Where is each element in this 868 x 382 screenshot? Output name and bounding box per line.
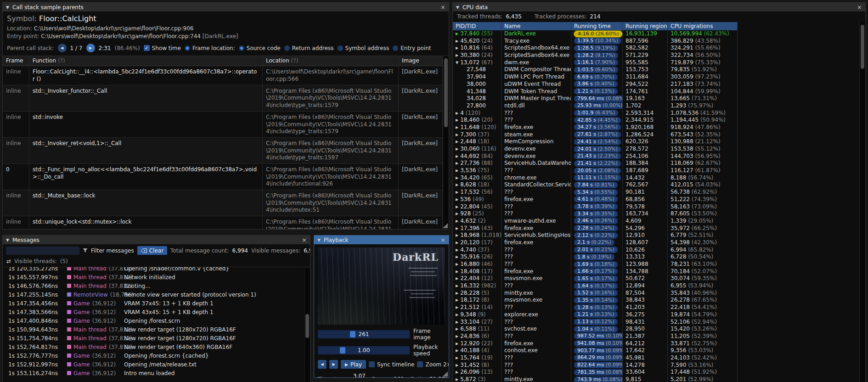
scrollbar-handle[interactable] — [305, 314, 309, 338]
chevron-right-icon[interactable]: ▶ — [456, 261, 458, 268]
cpu-row[interactable]: 27,548DWM Compositor Thread1:03.5 (6.60%… — [453, 66, 865, 73]
cpu-row[interactable]: ▶17,396(43)firefox.exe2.28 s (0.24%)54,2… — [453, 225, 865, 232]
column-header-frame[interactable]: Frame — [3, 56, 29, 66]
close-icon[interactable]: × — [440, 237, 445, 243]
chevron-right-icon[interactable]: ▶ — [456, 290, 458, 297]
chevron-right-icon[interactable]: ▶ — [456, 146, 458, 153]
column-header-cpu-migrations[interactable]: CPU migrations — [668, 22, 738, 30]
cpu-row[interactable]: ▶7,300(37)steam.exe27.61 s (2.87%)1,286,… — [453, 131, 865, 139]
message-row[interactable]: 1s 152,912,997nsGame(36,912)Opening /met… — [4, 360, 310, 369]
cpu-row[interactable]: ▶27,736(88)ServiceHub.DataWarehouseHost.… — [453, 160, 865, 167]
resize-grip[interactable] — [443, 223, 448, 228]
slider-grab[interactable] — [350, 331, 355, 337]
chevron-right-icon[interactable]: ▶ — [456, 167, 458, 174]
cpu-row[interactable]: ▶928(25)???3.34 s (0.35%)163,73487,605 (… — [453, 210, 865, 218]
chevron-right-icon[interactable]: ▶ — [456, 319, 458, 326]
message-row[interactable]: 1s 147,400,846nsGame(36,912)Opening /for… — [4, 316, 310, 325]
cpu-titlebar[interactable]: ▼ CPU data × — [453, 3, 865, 11]
playback-speed-slider[interactable]: 1.00 — [318, 346, 410, 354]
message-row[interactable]: 1s 145,557,997nsMain thread(37,812)Netwo… — [4, 273, 310, 281]
chevron-right-icon[interactable]: ▶ — [456, 30, 458, 38]
prev-frame-button[interactable]: ◀ — [318, 360, 327, 369]
chevron-right-icon[interactable]: ▶ — [456, 232, 458, 239]
callstack-row[interactable]: inlinestd::unique_lock<std::mutex>::lock… — [3, 216, 443, 229]
chevron-right-icon[interactable]: ▶ — [456, 203, 458, 211]
callstack-scrollbar[interactable] — [443, 56, 449, 229]
message-row[interactable]: 1s 146,576,766nsMain thread(37,812)Booti… — [4, 281, 310, 290]
chevron-right-icon[interactable]: ▶ — [456, 196, 458, 203]
chevron-right-icon[interactable]: ▶ — [456, 304, 458, 311]
chevron-right-icon[interactable]: ▶ — [456, 181, 458, 189]
cpu-row[interactable]: ▶17,532(56)???5.34 s (0.55%)90,18156,738… — [453, 189, 865, 196]
cpu-row[interactable]: ▶22,404(12)msvsmon.exe1.65 s (0.17%)50,6… — [453, 275, 865, 282]
chevron-right-icon[interactable]: ▶ — [456, 326, 458, 333]
cpu-row[interactable]: ▶18,408(17)firefox.exe1.66 s (0.17%)134,… — [453, 268, 865, 275]
frame-location-radio[interactable]: Entry point — [393, 45, 431, 51]
cpu-row[interactable]: ▶40,188(4)conhost.exe903.77 ms (0.09%)17… — [453, 347, 865, 354]
frame-location-radio[interactable]: Symbol address — [338, 45, 389, 51]
message-row[interactable]: 1s 152,764,817nsMain thread(37,812)New r… — [4, 343, 310, 351]
messages-scrollbar[interactable] — [304, 269, 310, 382]
message-row[interactable]: 1s 147,255,145nsRemoteView(18,796)Remote… — [4, 290, 310, 299]
chevron-right-icon[interactable]: ▶ — [456, 218, 458, 225]
callstack-row[interactable]: inlinestd::_Invoker_functor::_CallC:\Pro… — [3, 85, 443, 112]
cpu-row[interactable]: ▶20,120(17)firefox.exe2.1 s (0.22%)128,6… — [453, 239, 865, 247]
column-header-running-time[interactable]: Running time — [571, 22, 623, 30]
chevron-right-icon[interactable]: ▶ — [456, 247, 458, 254]
resize-grip[interactable] — [443, 371, 448, 376]
collapse-icon[interactable]: ▼ — [6, 238, 9, 242]
cpu-row[interactable]: 41,348DWM Token Thread1.21 s (0.13%)174,… — [453, 88, 865, 96]
callstack-titlebar[interactable]: ▼ Call stack sample parents × — [3, 3, 449, 11]
cpu-row[interactable]: ▶15,764(19)???864.29 ms (0.09%)45,98124,… — [453, 354, 865, 362]
play-button[interactable]: ▶ Play — [341, 360, 366, 369]
column-header-image[interactable]: Image — [399, 56, 443, 66]
message-row[interactable]: 1s 152,776,777nsGame(36,912)Opening /for… — [4, 351, 310, 360]
cpu-row[interactable]: ▶3,536(75)???20.05 s (2.08%)187,689116,1… — [453, 167, 865, 174]
frame-location-radio[interactable]: Return address — [284, 45, 334, 51]
chevron-right-icon[interactable]: ▶ — [456, 138, 458, 146]
message-row[interactable]: 1s 147,383,566nsGame(36,912)VRAM 43x45: … — [4, 308, 310, 316]
message-row[interactable]: 1s 151,754,784nsMain thread(37,812)New r… — [4, 334, 310, 343]
cpu-row[interactable]: ▶18,460(20)???42.85 s (4.45%)2,344,9151,… — [453, 117, 865, 124]
cpu-row[interactable]: ▶8,628(18)StandardCollector.Service.exe7… — [453, 181, 865, 189]
chevron-right-icon[interactable]: ▶ — [456, 210, 458, 218]
chevron-right-icon[interactable]: ▶ — [456, 131, 458, 139]
cpu-row[interactable]: ▶31,452(8)???822.64 ms (0.09%)14,2787,59… — [453, 362, 865, 369]
cpu-row[interactable]: ▶44,692(84)devenv.exe21.43 s (2.23%)254,… — [453, 153, 865, 160]
prev-callstack-button[interactable]: ◀ — [58, 44, 67, 52]
cpu-row[interactable]: ▶22,804(45)???3.78 s (0.39%)79,57858,163… — [453, 203, 865, 211]
chevron-right-icon[interactable]: ▶ — [456, 124, 458, 131]
filter-input[interactable] — [6, 247, 79, 255]
chevron-right-icon[interactable]: ▶ — [456, 297, 458, 304]
chevron-right-icon[interactable]: ▶ — [456, 189, 458, 196]
cpu-row[interactable]: ▶33,104(27)???1.13 s (0.12%)98,43152,106… — [453, 319, 865, 326]
next-frame-button[interactable]: ▶ — [329, 360, 338, 369]
chevron-right-icon[interactable]: ▶ — [456, 225, 458, 232]
cpu-row[interactable]: ▶30,060(116)devenv.exe24.01 s (2.50%)278… — [453, 146, 865, 153]
column-header-running-regions[interactable]: Running regions — [623, 22, 668, 30]
chevron-right-icon[interactable]: ▶ — [456, 282, 458, 290]
cpu-row[interactable]: ▶536(49)firefox.exe4.61 s (0.48%)68,8565… — [453, 196, 865, 203]
column-header-location[interactable]: Location (?) — [263, 56, 399, 66]
chevron-right-icon[interactable]: ▶ — [456, 311, 458, 319]
zoom-2x-checkbox[interactable]: Zoom 2× — [417, 361, 449, 368]
chevron-right-icon[interactable]: ▶ — [456, 52, 458, 59]
cpu-row[interactable]: ▶11,648(120)firefox.exe34.27 s (3.56%)1,… — [453, 124, 865, 131]
cpu-row[interactable]: ▶18,172(8)msvsmon.exe1.35 s (0.14%)38,84… — [453, 297, 865, 304]
chevron-right-icon[interactable]: ▶ — [456, 38, 458, 45]
collapse-icon[interactable]: ▼ — [317, 238, 321, 242]
chevron-right-icon[interactable]: ▶ — [456, 110, 458, 117]
next-callstack-button[interactable]: ▶ — [86, 44, 95, 52]
cpu-row[interactable]: ▶35,916(26)???1.8 s (0.19%)13,3136,728 (… — [453, 253, 865, 261]
slider-grab[interactable] — [340, 347, 345, 354]
cpu-row[interactable]: ▶24,836(6)???987.52 ms (0.10%)21,38711,2… — [453, 333, 865, 340]
cpu-row[interactable]: ▶26,096(13)???781.35 ms (0.08%)33,60417,… — [453, 369, 865, 376]
message-row[interactable]: 1s 120,335,272nsMain thread(37,812)Openi… — [4, 267, 310, 273]
cpu-row[interactable]: ▶4(120)???1:01.9 (6.43%)2,593,3141,078,5… — [453, 110, 865, 117]
column-header-pid-tid[interactable]: PID/TID — [453, 22, 502, 30]
message-row[interactable]: 1s 153,116,274nsGame(36,912)Intro menu l… — [4, 369, 310, 377]
sync-timeline-checkbox[interactable]: Sync timeline — [369, 361, 415, 368]
playback-titlebar[interactable]: ▼ Playback × — [314, 236, 449, 244]
cpu-row[interactable]: ▶5,872(3)mintty.exe743.9 ms (0.08%)9,815… — [453, 376, 865, 382]
close-icon[interactable]: × — [440, 4, 445, 10]
